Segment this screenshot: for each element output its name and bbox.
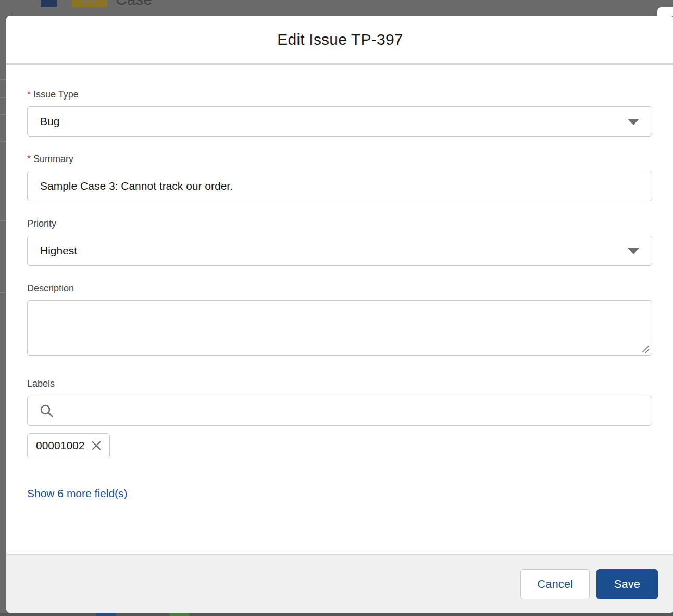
- modal-title: Edit Issue TP-397: [277, 31, 403, 48]
- modal-footer: Cancel Save: [6, 554, 673, 613]
- field-labels: Labels 00001002: [27, 378, 652, 458]
- backdrop-row-line: [0, 141, 6, 142]
- field-description: Description: [27, 283, 652, 356]
- backdrop-row-line: [0, 114, 6, 115]
- required-asterisk: *: [27, 154, 31, 164]
- backdrop-page-top: Case: [0, 0, 673, 16]
- backdrop-page-bottom: [0, 613, 673, 616]
- dropdown-arrow-icon: [628, 248, 639, 254]
- backdrop-row-line: [0, 220, 6, 221]
- save-button[interactable]: Save: [596, 569, 658, 599]
- dropdown-arrow-icon: [628, 119, 639, 125]
- required-asterisk: *: [27, 89, 31, 100]
- labels-label: Labels: [27, 378, 652, 389]
- label-chip: 00001002: [27, 433, 110, 458]
- labels-search-input[interactable]: [27, 396, 652, 426]
- backdrop-row-line: [0, 292, 6, 293]
- backdrop-left-strip: [0, 16, 6, 613]
- chip-remove-button[interactable]: [91, 440, 102, 451]
- priority-select[interactable]: Highest: [27, 236, 652, 266]
- description-label: Description: [27, 283, 652, 294]
- priority-label: Priority: [27, 218, 652, 229]
- issue-type-value: Bug: [40, 115, 59, 128]
- backdrop-fragment: [96, 613, 116, 616]
- modal-header: Edit Issue TP-397: [6, 16, 673, 65]
- nav-tab-icon: [41, 0, 57, 7]
- summary-input[interactable]: [27, 171, 652, 201]
- backdrop-notch: [657, 7, 673, 16]
- labels-chip-row: 00001002: [27, 433, 652, 458]
- description-textarea[interactable]: [27, 300, 652, 356]
- search-icon: [40, 404, 53, 417]
- issue-type-select[interactable]: Bug: [27, 106, 652, 137]
- issue-type-label: *Issue Type: [27, 89, 652, 100]
- backdrop-page-title: Case: [116, 0, 152, 8]
- priority-value: Highest: [40, 244, 77, 257]
- label-chip-text: 00001002: [36, 439, 84, 452]
- briefcase-handle: [84, 0, 95, 3]
- field-summary: *Summary: [27, 154, 652, 201]
- backdrop-fragment: [169, 613, 189, 616]
- cancel-button[interactable]: Cancel: [520, 569, 589, 599]
- backdrop-row-line: [0, 79, 6, 80]
- screen: Case Edit Issue TP-397 *Issue Type Bug: [0, 0, 673, 616]
- case-briefcase-icon: [72, 0, 107, 7]
- show-more-fields-link[interactable]: Show 6 more field(s): [27, 487, 128, 500]
- edit-issue-modal: Edit Issue TP-397 *Issue Type Bug *Summa…: [6, 16, 673, 613]
- field-issue-type: *Issue Type Bug: [27, 89, 652, 137]
- summary-label: *Summary: [27, 154, 652, 165]
- modal-body: *Issue Type Bug *Summary Priority Highes…: [6, 65, 673, 554]
- close-icon: [91, 440, 102, 451]
- field-priority: Priority Highest: [27, 218, 652, 266]
- backdrop-row-line: [0, 97, 6, 98]
